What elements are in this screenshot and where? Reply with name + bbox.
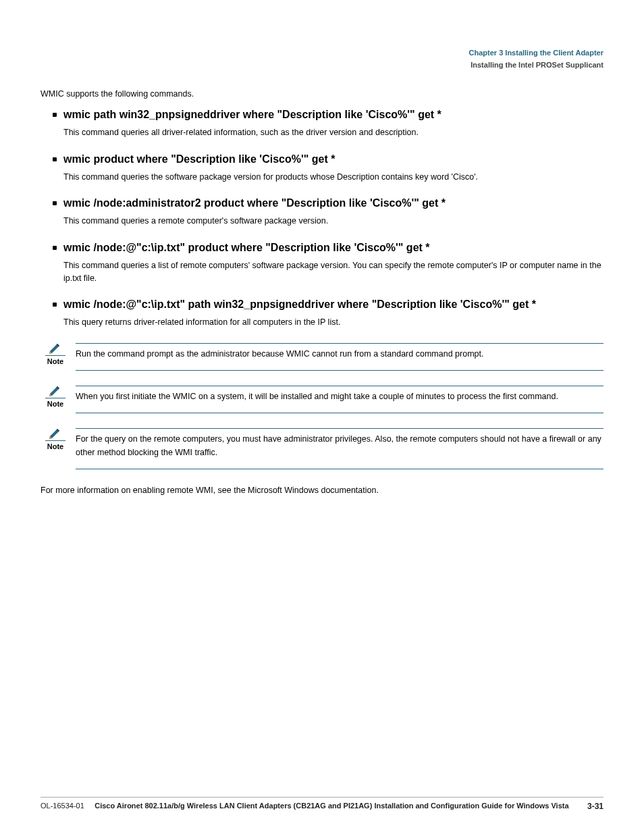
command-text: wmic path win32_pnpsigneddriver where "D… xyxy=(63,109,603,121)
note-text: For the query on the remote computers, y… xyxy=(76,429,603,463)
command-text: wmic product where "Description like 'Ci… xyxy=(63,153,603,165)
note-rule xyxy=(76,413,603,413)
command-desc: This command queries a list of remote co… xyxy=(63,259,603,286)
list-item: wmic /node:@"c:\ip.txt" path win32_pnpsi… xyxy=(53,298,603,329)
command-desc: This command queries a remote computer's… xyxy=(63,215,603,228)
list-item: wmic product where "Description like 'Ci… xyxy=(53,153,603,184)
bullet-icon xyxy=(53,201,57,205)
note-block: Note For the query on the remote compute… xyxy=(41,428,603,469)
pencil-icon xyxy=(49,386,62,396)
command-text: wmic /node:administrator2 product where … xyxy=(63,197,603,209)
footer-page-number: 3-31 xyxy=(587,802,603,811)
note-rule xyxy=(76,370,603,371)
command-text: wmic /node:@"c:\ip.txt" path win32_pnpsi… xyxy=(63,298,603,311)
closing-para: For more information on enabling remote … xyxy=(41,484,603,497)
footer-ol: OL-16534-01 xyxy=(41,802,84,810)
icon-underline xyxy=(45,440,65,441)
command-desc: This query returns driver-related inform… xyxy=(63,316,603,329)
page-footer: OL-16534-01 Cisco Aironet 802.11a/b/g Wi… xyxy=(41,797,603,811)
bullet-icon xyxy=(53,113,57,117)
bullet-icon xyxy=(53,246,57,250)
command-desc: This command queries the software packag… xyxy=(63,171,603,184)
note-label: Note xyxy=(47,442,63,450)
command-text: wmic /node:@"c:\ip.txt" product where "D… xyxy=(63,242,603,254)
note-block: Note Run the command prompt as the admin… xyxy=(41,343,603,371)
list-item: wmic path win32_pnpsigneddriver where "D… xyxy=(53,109,603,139)
bullet-icon xyxy=(53,303,57,307)
note-label: Note xyxy=(47,357,63,365)
note-rule xyxy=(76,469,603,469)
bullet-icon xyxy=(53,157,57,161)
chapter-label: Chapter 3 Installing the Client Adapter xyxy=(469,49,603,57)
lead-text: WMIC supports the following commands. xyxy=(41,88,603,101)
icon-underline xyxy=(45,398,65,398)
note-block: Note When you first initiate the WMIC on… xyxy=(41,386,603,413)
list-item: wmic /node:@"c:\ip.txt" product where "D… xyxy=(53,242,603,286)
pencil-icon xyxy=(49,428,62,439)
list-item: wmic /node:administrator2 product where … xyxy=(53,197,603,228)
pencil-icon xyxy=(49,343,62,354)
icon-underline xyxy=(45,355,65,356)
footer-doc-title: Cisco Aironet 802.11a/b/g Wireless LAN C… xyxy=(95,802,568,810)
note-text: Run the command prompt as the administra… xyxy=(76,344,603,365)
breadcrumb: Chapter 3 Installing the Client Adapter xyxy=(41,49,603,57)
note-label: Note xyxy=(47,400,63,408)
command-desc: This command queries all driver-related … xyxy=(63,126,603,139)
note-text: When you first initiate the WMIC on a sy… xyxy=(76,386,603,407)
section-heading: Installing the Intel PROSet Supplicant xyxy=(41,61,603,69)
